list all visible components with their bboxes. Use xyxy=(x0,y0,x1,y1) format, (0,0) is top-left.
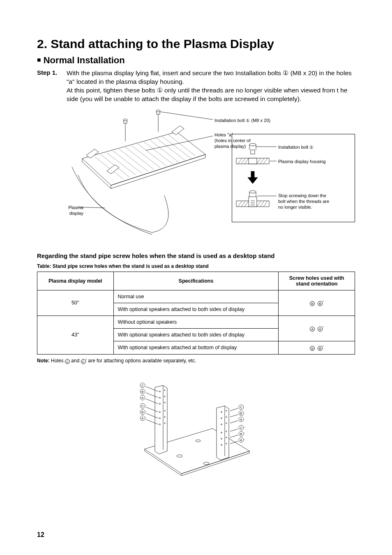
th-specs: Specifications xyxy=(113,272,279,290)
bullet-square: ■ xyxy=(37,56,41,63)
step-text-line1: With the plasma display lying flat, inse… xyxy=(67,69,352,85)
svg-line-19 xyxy=(160,112,213,120)
svg-point-35 xyxy=(249,191,256,193)
svg-text:B: B xyxy=(240,432,242,436)
svg-text:A: A xyxy=(141,396,144,400)
hole-letter-a: A xyxy=(310,327,315,332)
svg-text:': ' xyxy=(244,426,245,430)
subheading: Regarding the stand pipe screw holes whe… xyxy=(37,252,355,259)
table-row: 50" Normal use B B' xyxy=(37,290,355,303)
cell-holes-50: B B' xyxy=(279,290,355,315)
hole-letter-c-prime: C xyxy=(81,359,86,364)
svg-text:B: B xyxy=(141,410,143,414)
table-row: 43" Without optional speakers A A' xyxy=(37,315,355,328)
svg-text:C: C xyxy=(240,405,242,409)
svg-text:A: A xyxy=(141,417,144,420)
svg-point-22 xyxy=(249,143,256,146)
diagram-area: Installation bolt ① (M8 x 20) Holes "a" … xyxy=(37,109,355,245)
cell-spec: Without optional speakers xyxy=(113,315,279,328)
stand-diagram-svg: C B A C' B' A' C B A C' B' A' xyxy=(126,369,266,476)
hole-letter-c: C xyxy=(65,359,70,364)
inset-label-bolt: Installation bolt ① xyxy=(278,144,314,150)
cell-holes-43a: A A' xyxy=(279,315,355,341)
note-text-pre: Holes xyxy=(50,358,65,364)
step-text-line2: At this point, tighten these bolts ① onl… xyxy=(67,87,347,102)
cell-spec: With optional speakers attached at botto… xyxy=(113,341,279,354)
svg-rect-15 xyxy=(124,121,127,123)
inset-label-stop: Stop screwing down the bolt when the thr… xyxy=(278,193,329,210)
note-label: Note: xyxy=(37,358,50,364)
hole-letter-b: B xyxy=(310,346,315,351)
svg-line-87 xyxy=(230,421,238,423)
svg-line-88 xyxy=(230,429,238,431)
inset-label-housing: Plasma display housing xyxy=(278,159,326,164)
cell-model-43: 43" xyxy=(37,315,114,354)
cell-holes-43b: B B' xyxy=(279,341,355,354)
th-holes: Screw holes used with stand orientation xyxy=(279,272,355,290)
main-diagram-svg xyxy=(70,109,218,245)
cell-model-50: 50" xyxy=(37,290,114,315)
svg-line-86 xyxy=(230,415,238,417)
inset-box: Installation bolt ① Plasma display housi… xyxy=(232,134,355,222)
svg-text:A: A xyxy=(240,418,242,421)
label-installation-bolt: Installation bolt ① (M8 x 20) xyxy=(214,117,270,123)
svg-rect-18 xyxy=(157,112,160,114)
page-title: 2. Stand attaching to the Plasma Display xyxy=(37,37,355,51)
svg-line-89 xyxy=(230,435,238,438)
table-header-row: Plasma display model Specifications Scre… xyxy=(37,272,355,290)
th-model: Plasma display model xyxy=(37,272,114,290)
hole-letter-b: B xyxy=(310,301,315,306)
svg-text:': ' xyxy=(244,432,245,436)
svg-text:B: B xyxy=(240,412,242,415)
svg-rect-25 xyxy=(251,150,255,154)
svg-line-85 xyxy=(230,408,238,411)
svg-text:C: C xyxy=(141,384,144,387)
svg-text:C: C xyxy=(240,426,242,430)
svg-text:B: B xyxy=(141,390,143,394)
label-plasma-display: Plasma display xyxy=(61,205,83,216)
cell-spec: With optional speakers attached to both … xyxy=(113,328,279,341)
section-heading: ■Normal Installation xyxy=(37,55,355,66)
step-label: Step 1. xyxy=(37,69,67,104)
step-block: Step 1. With the plasma display lying fl… xyxy=(37,69,355,104)
svg-text:': ' xyxy=(244,438,245,442)
screw-holes-table: Plasma display model Specifications Scre… xyxy=(37,272,355,355)
hole-letter-b-prime: B xyxy=(318,346,323,351)
cell-spec: With optional speakers attached to both … xyxy=(113,303,279,315)
step-body: With the plasma display lying flat, inse… xyxy=(67,69,355,104)
svg-rect-32 xyxy=(249,158,257,164)
table-caption: Table: Stand pipe screw holes when the s… xyxy=(37,263,355,269)
hole-letter-a-prime: A xyxy=(318,327,323,332)
note-line: Note: Holes C and C' are for attaching o… xyxy=(37,358,355,364)
svg-text:A: A xyxy=(240,438,242,442)
hole-letter-b-prime: B xyxy=(318,301,323,306)
section-text: Normal Installation xyxy=(44,55,125,65)
cell-spec: Normal use xyxy=(113,290,279,303)
page-number: 12 xyxy=(37,531,44,539)
svg-text:C: C xyxy=(141,404,144,408)
